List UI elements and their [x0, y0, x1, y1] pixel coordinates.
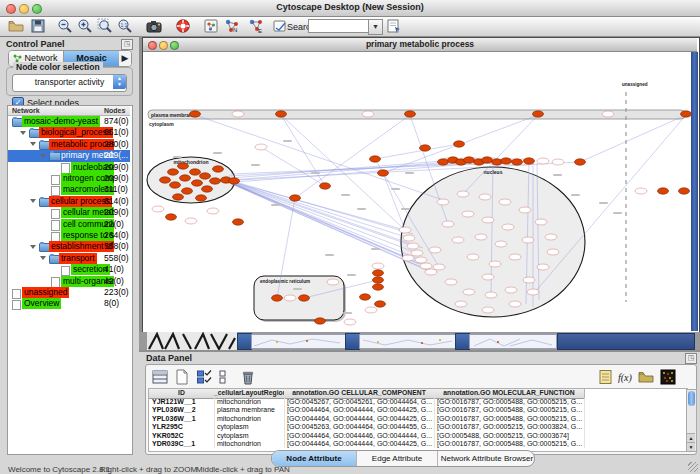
table-scrollbar[interactable]: ▲ ▼	[686, 389, 697, 452]
expand-arrow-icon[interactable]	[20, 131, 26, 135]
import-attributes-icon[interactable]	[638, 369, 654, 385]
gene-node-unselected	[495, 241, 507, 247]
matrix-icon[interactable]	[660, 369, 676, 385]
table-cell[interactable]: [GO:0016787, GO:0005215, GO:0003824, G..…	[434, 423, 585, 431]
table-cell[interactable]: plasma membrane	[214, 406, 285, 414]
save-session-icon[interactable]	[30, 18, 46, 34]
color-attribute-dropdown[interactable]: transporter activity ▲▼	[12, 74, 127, 92]
table-cell[interactable]: [GO:0045263, GO:0044464, GO:0044455, G..…	[284, 423, 435, 431]
tree-header[interactable]: Network Nodes	[8, 106, 130, 116]
tree-row-transport[interactable]: transport558(0)	[8, 253, 130, 264]
gene-node-highlighted	[658, 188, 669, 194]
table-cell[interactable]: [GO:0044464, GO:0044444, GO:0044425, G..…	[284, 440, 435, 448]
minimized-window-thumbnail[interactable]	[359, 334, 456, 349]
scroll-up-icon[interactable]: ▲	[687, 433, 695, 442]
table-cell[interactable]: [GO:0016787, GO:0005488, GO:0005215, G..…	[434, 440, 585, 448]
tree-row-macromolecule[interactable]: macromolecule311(0)	[8, 184, 130, 195]
tree-row-nitrogen-compo[interactable]: nitrogen compo209(0)	[8, 173, 130, 184]
expand-arrow-icon[interactable]	[40, 154, 46, 158]
network-window-titlebar[interactable]: primary metabolic process	[143, 38, 697, 52]
zoom-selected-icon[interactable]	[97, 18, 113, 34]
table-cell[interactable]: YPL036W__2	[149, 406, 215, 414]
vizmapper-icon[interactable]	[203, 18, 219, 34]
table-cell[interactable]: [GO:0044464, GO:0044444, GO:0044425, G..…	[284, 415, 435, 423]
table-cell[interactable]: YDR039C__1	[149, 440, 215, 448]
new-attribute-icon[interactable]	[174, 369, 190, 385]
tree-row-overview[interactable]: Overview8(0)	[8, 298, 130, 309]
table-cell[interactable]: YLR295C	[149, 423, 215, 431]
tree-row-metabolic-process[interactable]: metabolic process280(0)	[8, 139, 130, 150]
minimized-window-thumbnail[interactable]	[469, 334, 557, 349]
attribute-table-icon[interactable]	[152, 369, 168, 385]
table-cell[interactable]: [GO:0016787, GO:0005488, GO:0005215, G..…	[434, 398, 585, 406]
attribute-table[interactable]: ID_cellularLayoutRegionannotation.GO CEL…	[148, 388, 688, 452]
search-dropdown-button[interactable]: ▼	[368, 19, 383, 35]
tab-edge-attribute-browser[interactable]: Edge Attribute Browser	[357, 451, 438, 466]
table-cell[interactable]: [GO:0005488, GO:0005215, GO:0003674]	[434, 432, 585, 440]
table-cell[interactable]: mitochondrion	[214, 415, 285, 423]
scroll-down-icon[interactable]: ▼	[687, 442, 695, 451]
tree-row-secretion[interactable]: secretion41(0)	[8, 264, 130, 275]
expand-arrow-icon[interactable]	[30, 142, 36, 146]
zoom-out-icon[interactable]	[57, 18, 73, 34]
dropdown-stepper-icon[interactable]: ▲▼	[113, 75, 126, 89]
table-cell[interactable]: YPL036W__1	[149, 415, 215, 423]
edit-network-1-icon[interactable]: N	[224, 18, 240, 34]
expand-arrow-icon[interactable]	[40, 256, 46, 260]
tree-row-response-to-stimulu[interactable]: response to stimulu264(0)	[8, 230, 130, 241]
network-view-window[interactable]: primary metabolic process plasma membran…	[142, 37, 700, 334]
title-bar[interactable]: Cytoscape Desktop (New Session)	[0, 0, 700, 17]
tree-row-biological-process[interactable]: biological_process651(0)	[8, 127, 130, 138]
scrollbar-thumb[interactable]	[688, 391, 695, 406]
notes-icon[interactable]	[598, 369, 614, 385]
minimized-window-thumbnail[interactable]	[251, 334, 346, 349]
tree-row-multi-organism-pro[interactable]: multi-organism pro42(0)	[8, 276, 130, 287]
table-cell[interactable]: mitochondrion	[214, 440, 285, 448]
help-lifering-icon[interactable]	[175, 18, 191, 34]
delete-attribute-icon[interactable]	[240, 369, 256, 385]
data-panel-float-icon[interactable]: ◳	[685, 353, 697, 364]
minimized-window-icon[interactable]	[345, 333, 360, 350]
search-input[interactable]	[308, 19, 370, 33]
tree-row-establishment-of-lo[interactable]: establishment of lo558(0)	[8, 241, 130, 252]
minimized-window-icon[interactable]	[455, 333, 470, 350]
tree-row-mosaic-demo-yeast[interactable]: mosaic-demo-yeast874(0)	[8, 116, 130, 127]
tree-row-cellular-metabo[interactable]: cellular metabo209(0)	[8, 207, 130, 218]
tab-node-attribute-browser[interactable]: Node Attribute Browser	[272, 451, 357, 466]
select-attributes-icon[interactable]	[196, 369, 212, 385]
expand-arrow-icon[interactable]	[30, 199, 36, 203]
annotation-icon[interactable]	[272, 18, 288, 34]
resize-grip[interactable]	[688, 462, 698, 472]
table-cell[interactable]: [GO:0016787, GO:0005488, GO:0005215, G..…	[434, 415, 585, 423]
advanced-search-icon[interactable]	[386, 18, 402, 34]
table-cell[interactable]: [GO:0045267, GO:0045261, GO:0044464, G..…	[284, 398, 435, 406]
table-cell[interactable]: cytoplasm	[214, 432, 285, 440]
tree-row-cellular-process[interactable]: cellular process614(0)	[8, 196, 130, 207]
table-cell[interactable]: [GO:0044464, GO:0044444, GO:0044425, G..…	[284, 406, 435, 414]
zoom-fit-icon[interactable]: 1:1	[117, 18, 133, 34]
table-cell[interactable]: [GO:0016787, GO:0005488, GO:0005215, G..…	[434, 406, 585, 414]
table-cell[interactable]: cytoplasm	[214, 423, 285, 431]
unselect-attributes-icon[interactable]	[218, 369, 234, 385]
network-vertical-scrollbar[interactable]	[691, 52, 698, 331]
formula-fx-icon[interactable]: f(x)	[617, 369, 633, 385]
tree-row-nucleobase-[interactable]: nucleobase-209(0)	[8, 162, 130, 173]
table-cell[interactable]: [GO:0044464, GO:0044446, GO:0044444, G..…	[284, 432, 435, 440]
snapshot-camera-icon[interactable]	[146, 18, 162, 34]
tab-network-attribute-browser[interactable]: Network Attribute Browser	[438, 451, 535, 466]
control-panel-float-icon[interactable]: ◳	[121, 39, 133, 50]
table-cell[interactable]: mitochondrion	[214, 398, 285, 406]
minimized-window-icon[interactable]	[237, 333, 252, 350]
zoom-in-icon[interactable]	[77, 18, 93, 34]
table-cell[interactable]: YKR052C	[149, 432, 215, 440]
open-session-icon[interactable]	[8, 18, 24, 34]
expand-arrow-icon[interactable]	[30, 245, 36, 249]
tree-row-cell-communicat[interactable]: cell communicat22(0)	[8, 219, 130, 230]
minimized-window-titlebar[interactable]	[557, 333, 695, 350]
edit-network-2-icon[interactable]: E	[248, 18, 264, 34]
tab-overflow-arrow-icon[interactable]: ▶	[119, 51, 131, 66]
network-canvas[interactable]: plasma membranecytoplasmmitochondrionnuc…	[143, 52, 691, 331]
tree-row-unassigned[interactable]: unassigned223(0)	[8, 287, 130, 298]
table-cell[interactable]: YJR121W__1	[149, 398, 215, 406]
tree-row-primary-metabo[interactable]: primary metabo209(...	[8, 150, 130, 161]
